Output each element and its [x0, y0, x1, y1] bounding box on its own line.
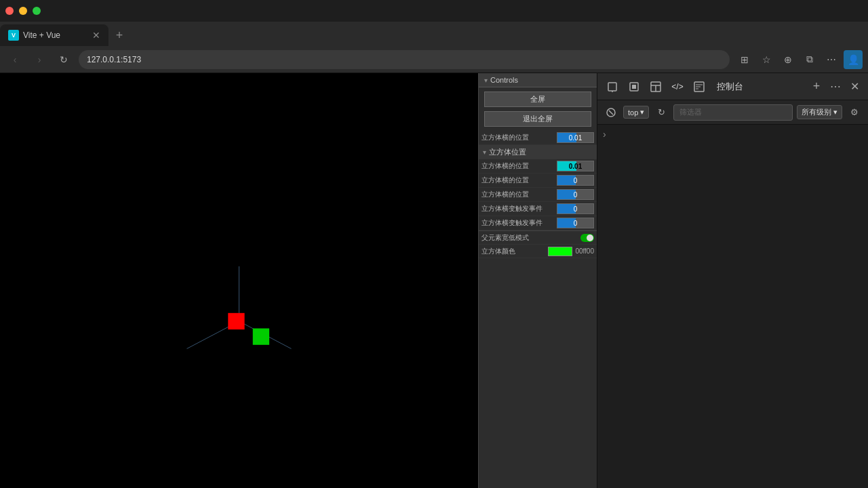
controls-panel: ▾ Controls 全屏 退出全屏 立方体横的位置 0.01 ▾ 立方体位置 [478, 73, 597, 488]
label-1: 立方体横的位置 [481, 161, 557, 171]
active-tab[interactable]: V Vite + Vue ✕ [0, 24, 108, 46]
control-row-toggle: 父元素宽低模式 [479, 231, 597, 245]
label-4: 立方体横变触发事件 [481, 204, 557, 214]
value-bar-5[interactable]: 0 [557, 218, 594, 228]
value-bar-top[interactable]: 0.01 [557, 132, 594, 143]
value-bar-4[interactable]: 0 [557, 203, 594, 214]
address-bar[interactable]: 127.0.0.1:5173 [79, 50, 730, 69]
control-label-cube-pos-top: 立方体横的位置 [481, 133, 557, 142]
nav-bar: ‹ › ↻ 127.0.0.1:5173 ⊞ ☆ ⊕ ⧉ ⋯ 👤 [0, 46, 868, 73]
canvas-area [0, 73, 478, 488]
section-collapse-icon: ▾ [483, 148, 486, 156]
code-btn[interactable]: </> [668, 77, 687, 96]
value-3: 0 [557, 189, 594, 200]
fullscreen-btn[interactable]: 全屏 [484, 92, 591, 107]
collections-btn[interactable]: ⊕ [778, 50, 797, 69]
control-row-cube-pos-top: 立方体横的位置 0.01 [479, 131, 597, 145]
nav-icons: ⊞ ☆ ⊕ ⧉ ⋯ 👤 [735, 50, 863, 69]
devtools-close-btn[interactable]: ✕ [846, 79, 863, 95]
back-btn[interactable]: ‹ [5, 50, 24, 69]
value-text-1: 0.01 [557, 163, 593, 170]
svg-line-17 [609, 110, 613, 115]
panel-title: Controls [490, 76, 518, 84]
value-1: 0.01 [557, 161, 594, 171]
control-row-3: 立方体横的位置 0 [479, 188, 597, 202]
forward-btn[interactable]: › [30, 50, 49, 69]
layout-btn[interactable] [646, 77, 665, 96]
value-4: 0 [557, 203, 594, 214]
close-window-btn[interactable] [5, 7, 14, 15]
devtools-add-btn[interactable]: + [808, 79, 825, 95]
control-row-1: 立方体横的位置 0.01 [479, 159, 597, 174]
devtools-title: 控制台 [711, 81, 749, 93]
favorites-btn[interactable]: ☆ [757, 50, 776, 69]
tab-bar: V Vite + Vue ✕ + [0, 22, 868, 46]
new-tab-btn[interactable]: + [108, 24, 130, 46]
toggle-knob [587, 235, 593, 241]
inspect-element-btn[interactable] [603, 77, 622, 96]
main-layout: ▾ Controls 全屏 退出全屏 立方体横的位置 0.01 ▾ 立方体位置 [0, 73, 868, 488]
control-row-2: 立方体横的位置 0 [479, 174, 597, 188]
devtools-toolbar: </> 控制台 + ⋯ ✕ [597, 73, 868, 100]
devtools-panel: </> 控制台 + ⋯ ✕ [597, 73, 868, 488]
cube-position-section: ▾ 立方体位置 立方体横的位置 0.01 立方体横的位置 0 [479, 145, 597, 231]
color-swatch[interactable] [548, 247, 572, 256]
tab-favicon: V [8, 30, 19, 41]
svg-rect-4 [253, 329, 269, 345]
top-context-badge[interactable]: top ▾ [623, 106, 649, 119]
browser-more-btn[interactable]: ⋯ [822, 50, 841, 69]
select-element-btn[interactable] [625, 77, 644, 96]
control-row-5: 立方体横变触发事件 0 [479, 216, 597, 230]
control-value-top: 0.01 [557, 132, 594, 143]
section-header-cube-pos[interactable]: ▾ 立方体位置 [479, 145, 597, 159]
panel-header: ▾ Controls [479, 73, 597, 87]
color-hex-text: 00ff00 [575, 247, 594, 255]
clear-console-btn[interactable] [603, 104, 619, 121]
console-filter-input[interactable]: 筛选器 [673, 104, 793, 121]
svg-rect-3 [228, 313, 244, 329]
value-text-2: 0 [557, 177, 593, 184]
maximize-window-btn[interactable] [33, 7, 41, 15]
top-dropdown-icon: ▾ [640, 108, 644, 117]
exit-fullscreen-btn[interactable]: 退出全屏 [484, 111, 591, 127]
panel-buttons-row: 全屏 退出全屏 [479, 87, 597, 131]
address-text: 127.0.0.1:5173 [87, 55, 141, 64]
devtools-more-btn[interactable]: ⋯ [827, 79, 844, 95]
panel-collapse-icon[interactable]: ▾ [484, 77, 488, 84]
label-3: 立方体横的位置 [481, 190, 557, 199]
log-level-filter[interactable]: 所有级别 ▾ [797, 105, 842, 119]
label-5: 立方体横变触发事件 [481, 218, 557, 228]
splitscreen-btn[interactable]: ⧉ [800, 50, 819, 69]
value-text-4: 0 [557, 205, 593, 213]
control-row-color: 立方体颜色 00ff00 [479, 245, 597, 258]
console-icon-btn[interactable] [690, 77, 709, 96]
profile-btn[interactable]: 👤 [844, 50, 863, 69]
color-value-container: 00ff00 [548, 247, 594, 256]
expand-arrow[interactable]: › [603, 129, 606, 140]
refresh-devtools-btn[interactable]: ↻ [653, 104, 669, 121]
value-2: 0 [557, 175, 594, 186]
value-bar-1[interactable]: 0.01 [557, 161, 594, 171]
toggle-btn[interactable] [580, 234, 594, 242]
settings-icon: ⚙ [850, 107, 859, 117]
section-title: 立方体位置 [489, 147, 526, 157]
tab-title: Vite + Vue [23, 30, 60, 40]
svg-rect-5 [608, 83, 616, 91]
value-text-5: 0 [557, 220, 593, 227]
devtools-sub-toolbar: top ▾ ↻ 筛选器 所有级别 ▾ ⚙ [597, 100, 868, 125]
devtools-settings-btn[interactable]: ⚙ [846, 104, 863, 121]
value-bar-3[interactable]: 0 [557, 189, 594, 200]
color-label: 立方体颜色 [481, 247, 548, 256]
value-text-top: 0.01 [557, 134, 593, 142]
tab-close-btn[interactable]: ✕ [92, 30, 100, 41]
devtools-expand-row: › [597, 125, 868, 144]
filter-label: 所有级别 [802, 107, 831, 117]
value-bar-2[interactable]: 0 [557, 175, 594, 186]
value-text-3: 0 [557, 191, 593, 199]
extensions-btn[interactable]: ⊞ [735, 50, 754, 69]
refresh-btn[interactable]: ↻ [54, 50, 73, 69]
code-icon: </> [671, 82, 683, 92]
top-badge-label: top [628, 108, 638, 117]
minimize-window-btn[interactable] [19, 7, 27, 15]
window-controls [5, 7, 41, 15]
